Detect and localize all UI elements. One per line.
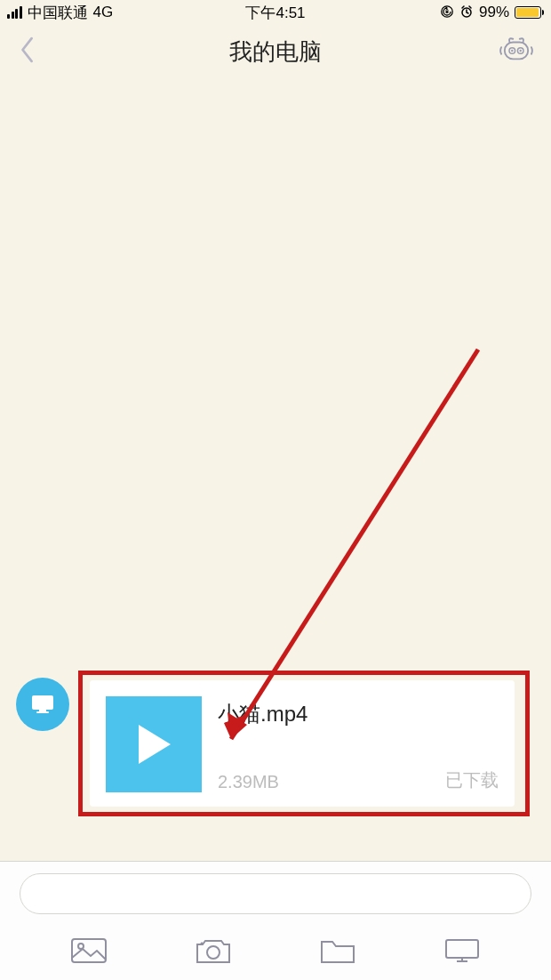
svg-rect-12 <box>39 710 46 711</box>
svg-rect-3 <box>505 43 528 60</box>
gallery-button[interactable] <box>69 935 108 970</box>
back-button[interactable] <box>18 35 37 68</box>
svg-rect-1 <box>445 11 448 13</box>
file-message-bubble[interactable]: 小猫.mp4 2.39MB 已下载 <box>90 680 515 807</box>
svg-point-6 <box>511 50 513 52</box>
status-right: 99% <box>440 4 544 21</box>
battery-percent-label: 99% <box>479 4 509 21</box>
file-size: 2.39MB <box>218 772 279 792</box>
chat-area[interactable]: 小猫.mp4 2.39MB 已下载 <box>0 78 551 861</box>
assistant-button[interactable] <box>499 36 533 68</box>
file-info: 小猫.mp4 2.39MB 已下载 <box>218 696 499 792</box>
message-input[interactable] <box>20 873 531 914</box>
file-status: 已下载 <box>445 768 499 792</box>
battery-icon <box>515 6 544 19</box>
svg-point-7 <box>519 50 521 52</box>
input-bar <box>0 861 551 925</box>
orientation-lock-icon <box>440 4 454 21</box>
folder-button[interactable] <box>318 935 357 970</box>
svg-rect-15 <box>72 939 106 962</box>
status-left: 中国联通 4G <box>7 3 113 23</box>
network-label: 4G <box>93 4 114 21</box>
status-bar: 中国联通 4G 下午4:51 99% <box>0 0 551 25</box>
bottom-toolbar <box>0 925 551 980</box>
signal-icon <box>7 6 22 19</box>
camera-button[interactable] <box>194 935 233 970</box>
annotation-highlight-box: 小猫.mp4 2.39MB 已下载 <box>78 671 530 816</box>
svg-point-18 <box>201 943 204 945</box>
nav-header: 我的电脑 <box>0 25 551 78</box>
svg-rect-13 <box>36 711 49 713</box>
file-name: 小猫.mp4 <box>218 700 499 728</box>
svg-point-17 <box>207 946 220 959</box>
svg-rect-19 <box>446 940 478 958</box>
status-time: 下午4:51 <box>245 3 305 23</box>
carrier-label: 中国联通 <box>28 3 88 23</box>
avatar[interactable] <box>16 678 69 731</box>
svg-rect-11 <box>32 695 53 710</box>
page-title: 我的电脑 <box>229 36 322 68</box>
svg-marker-14 <box>139 725 171 764</box>
video-file-icon <box>106 696 202 792</box>
alarm-icon <box>459 4 474 21</box>
device-button[interactable] <box>443 935 482 970</box>
